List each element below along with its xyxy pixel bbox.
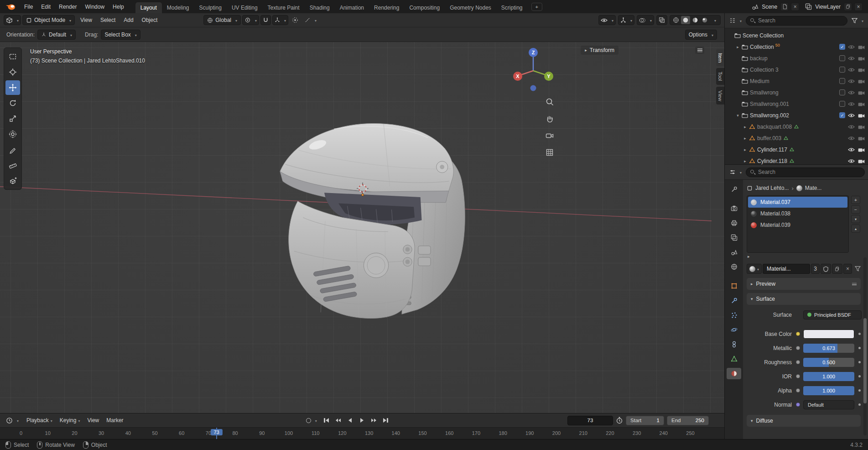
material-slot-material-038[interactable]: Material.038 — [748, 208, 847, 219]
workspace-tab-scripting[interactable]: Scripting — [496, 2, 528, 13]
exclude-checkbox[interactable] — [839, 112, 845, 118]
properties-tab-material[interactable] — [727, 368, 741, 379]
properties-tab-output[interactable] — [727, 217, 741, 229]
shading-solid-button[interactable] — [681, 16, 690, 24]
zoom-icon[interactable] — [544, 96, 556, 108]
remove-slot-button[interactable] — [851, 205, 860, 214]
shading-settings-button[interactable] — [710, 16, 719, 24]
next-keyframe-button[interactable] — [369, 416, 379, 425]
properties-scrollbar[interactable] — [863, 257, 867, 435]
add-workspace-button[interactable]: + — [531, 3, 542, 11]
render-toggle-camera-icon[interactable] — [857, 45, 865, 49]
keyframe-dot[interactable] — [858, 333, 861, 335]
workspace-tab-shading[interactable]: Shading — [305, 2, 335, 13]
outliner-row-smallwrong[interactable]: Smallwrong — [725, 87, 868, 98]
render-toggle-camera-icon[interactable] — [857, 125, 865, 129]
exclude-checkbox[interactable] — [839, 55, 845, 61]
disclosure-icon[interactable]: ▸ — [735, 45, 741, 49]
slot-specials-button[interactable] — [851, 215, 860, 223]
slider-roughness[interactable]: 0.500 — [803, 358, 854, 367]
timeline-menu-keying[interactable]: Keying — [56, 413, 84, 427]
outliner-row-collection-3[interactable]: Collection 3 — [725, 64, 868, 75]
xray-toggle[interactable] — [656, 15, 667, 25]
menu-window[interactable]: Window — [81, 0, 109, 13]
dropdown-normal[interactable]: Default — [803, 400, 854, 409]
render-toggle-camera-icon[interactable] — [857, 147, 865, 152]
tool-cursor[interactable] — [5, 65, 20, 79]
material-slot-material-039[interactable]: Material.039 — [748, 220, 847, 230]
start-frame-field[interactable]: Start 1 — [626, 416, 664, 425]
orientation-selector[interactable]: Global — [203, 15, 241, 25]
timeline-ruler[interactable]: 0102030405060708090100110120130140150160… — [0, 427, 724, 439]
transform-orientation-dropdown[interactable]: Default — [37, 30, 76, 40]
properties-tab-tool[interactable] — [727, 183, 741, 195]
timeline-editor-type-button[interactable] — [4, 415, 21, 425]
pivot-point-selector[interactable] — [242, 15, 259, 25]
timeline-menu-view[interactable]: View — [83, 413, 103, 427]
menu-edit[interactable]: Edit — [37, 0, 55, 13]
jump-to-start-button[interactable] — [321, 416, 332, 425]
keyframe-dot[interactable] — [858, 389, 861, 392]
tool-rotate[interactable] — [5, 96, 20, 110]
shading-material-button[interactable] — [691, 16, 700, 24]
render-toggle-camera-icon[interactable] — [857, 79, 865, 84]
color-swatch-base-color[interactable] — [803, 330, 854, 339]
panel-surface[interactable]: Surface — [747, 293, 861, 305]
viewport-menu-add[interactable]: Add — [120, 14, 137, 27]
render-toggle-camera-icon[interactable] — [857, 90, 865, 95]
properties-tab-scene[interactable] — [727, 246, 741, 258]
disclosure-icon[interactable]: ▾ — [735, 113, 741, 118]
keyframe-dot[interactable] — [858, 347, 861, 349]
remove-viewlayer-button[interactable] — [854, 3, 863, 11]
users-count-button[interactable]: 3 — [811, 264, 820, 274]
workspace-tab-animation[interactable]: Animation — [335, 2, 369, 13]
render-toggle-camera-icon[interactable] — [857, 159, 865, 163]
hide-toggle-eye-icon[interactable] — [847, 102, 855, 106]
workspace-tab-geometry-nodes[interactable]: Geometry Nodes — [445, 2, 496, 13]
snap-settings[interactable] — [272, 15, 288, 25]
workspace-tab-texture-paint[interactable]: Texture Paint — [263, 2, 305, 13]
properties-tab-render[interactable] — [727, 203, 741, 214]
keyframe-dot[interactable] — [858, 375, 861, 377]
tool-annotate[interactable] — [5, 142, 20, 157]
play-reverse-button[interactable] — [345, 416, 355, 425]
blender-logo-icon[interactable] — [5, 4, 16, 10]
outliner-row-collection[interactable]: ▸Collection50 — [725, 41, 868, 52]
drag-mode-dropdown[interactable]: Select Box — [101, 30, 140, 40]
end-frame-field[interactable]: End 250 — [667, 416, 709, 425]
snap-toggle[interactable] — [260, 15, 271, 25]
outliner-editor-type-button[interactable] — [728, 16, 743, 26]
menu-file[interactable]: File — [20, 0, 37, 13]
shading-wireframe-button[interactable] — [671, 16, 681, 24]
render-toggle-camera-icon[interactable] — [857, 113, 865, 118]
ortho-grid-icon[interactable] — [544, 147, 556, 158]
outliner-row-smallwrong-001[interactable]: Smallwrong.001 — [725, 98, 868, 110]
move-slot-up-button[interactable] — [851, 225, 860, 233]
properties-tab-view-layer[interactable] — [727, 232, 741, 243]
viewport-menu-object[interactable]: Object — [138, 14, 162, 27]
hide-toggle-eye-icon[interactable] — [847, 56, 855, 61]
menu-help[interactable]: Help — [109, 0, 128, 13]
hide-toggle-eye-icon[interactable] — [847, 68, 855, 72]
panel-menu-icon[interactable] — [852, 283, 857, 285]
region-tab-item[interactable]: Item — [716, 49, 724, 66]
options-dropdown[interactable]: Options — [685, 30, 717, 40]
workspace-tab-uv-editing[interactable]: UV Editing — [227, 2, 263, 13]
object-type-visibility-button[interactable] — [598, 15, 616, 25]
outliner-row-cylinder-117[interactable]: ▸Cylinder.117 — [725, 144, 868, 155]
region-tab-view[interactable]: View — [716, 87, 724, 105]
hide-toggle-eye-icon[interactable] — [847, 136, 855, 141]
tool-transform[interactable] — [5, 127, 20, 141]
browse-material-button[interactable] — [747, 264, 762, 274]
fake-user-shield-button[interactable] — [821, 264, 831, 274]
properties-tab-world[interactable] — [727, 261, 741, 272]
panel-diffuse[interactable]: Diffuse — [747, 415, 861, 427]
shading-rendered-button[interactable] — [700, 16, 709, 24]
properties-tab-data[interactable] — [727, 353, 741, 365]
proportional-editing-toggle[interactable] — [290, 15, 301, 25]
tool-add-cube[interactable] — [5, 173, 20, 188]
helmet-model[interactable] — [271, 119, 468, 319]
outliner-row-backquart-008[interactable]: ▸backquart.008 — [725, 121, 868, 132]
add-slot-button[interactable] — [851, 196, 860, 204]
exclude-checkbox[interactable] — [839, 67, 845, 73]
